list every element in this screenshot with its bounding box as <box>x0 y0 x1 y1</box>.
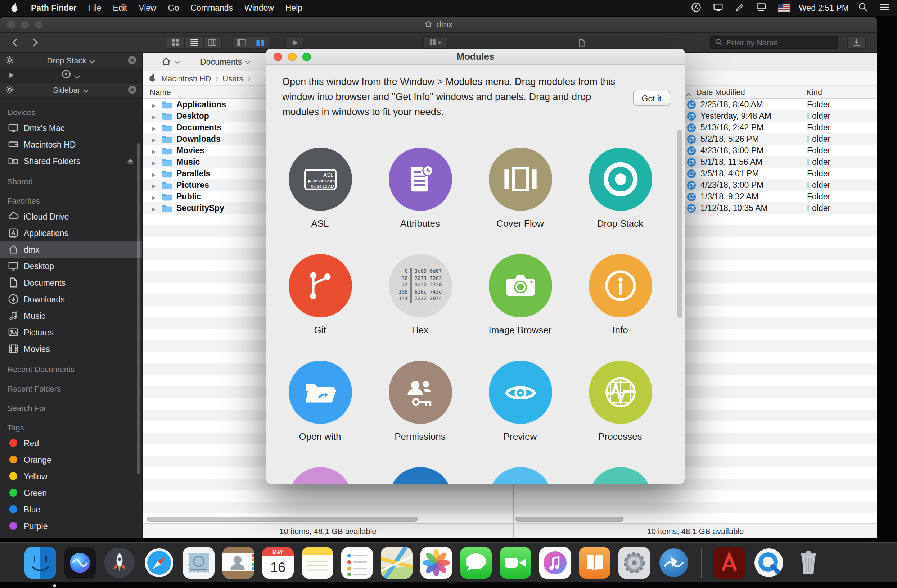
view-options-dropdown[interactable] <box>423 36 448 49</box>
column-header-kind[interactable]: Kind <box>806 88 822 96</box>
sidebar-section-tags[interactable]: Tags <box>0 420 142 435</box>
module-open-with[interactable]: Open with <box>270 360 370 467</box>
menu-extra-spotlight[interactable] <box>858 2 868 14</box>
dialog-close-button[interactable] <box>274 52 282 61</box>
disclosure-triangle-icon[interactable] <box>152 169 159 178</box>
dialog-zoom-button[interactable] <box>302 52 311 61</box>
disclosure-triangle-icon[interactable] <box>152 100 159 109</box>
module-hex[interactable]: 036721081443c69 6d672073 72633d22 222061… <box>370 254 470 360</box>
dock-item-trash[interactable] <box>793 547 824 578</box>
dialog-minimize-button[interactable] <box>288 52 297 61</box>
got-it-button[interactable]: Got it <box>633 91 670 106</box>
dock-item-messages[interactable] <box>460 547 492 578</box>
drop-stack-title[interactable]: Drop Stack <box>17 56 124 65</box>
disclosure-triangle-icon[interactable] <box>152 111 159 120</box>
menu-extra-pen[interactable] <box>735 2 744 14</box>
dock-item-contacts[interactable] <box>222 547 254 578</box>
dock-item-system-preferences[interactable] <box>618 547 650 578</box>
sidebar-item-documents[interactable]: Documents <box>0 274 142 291</box>
apple-menu-icon[interactable] <box>10 3 20 13</box>
view-columns-button[interactable] <box>203 36 222 49</box>
dock-item-notes[interactable] <box>302 547 333 578</box>
module-drop-stack[interactable]: Drop Stack <box>570 148 670 254</box>
window-minimize-button[interactable] <box>21 20 29 28</box>
module-attributes[interactable]: Attributes <box>370 148 470 254</box>
module-preview[interactable]: Preview <box>470 360 570 467</box>
menubar-clock[interactable]: Wed 2:51 PM <box>799 4 849 12</box>
dock-item-finder[interactable] <box>24 547 56 578</box>
download-button[interactable] <box>847 36 866 49</box>
module-image-browser[interactable]: Image Browser <box>470 254 570 360</box>
view-list-button[interactable] <box>184 36 203 49</box>
sidebar-section-favorites[interactable]: Favorites <box>0 193 142 208</box>
menu-extra-assistant[interactable] <box>691 2 701 14</box>
close-icon[interactable] <box>127 55 137 66</box>
module-partial-4[interactable] <box>570 467 670 484</box>
folder-tab[interactable]: Documents <box>200 58 251 66</box>
menu-commands[interactable]: Commands <box>190 4 233 12</box>
sidebar-section-recent-folders[interactable]: Recent Folders <box>0 381 142 396</box>
dock-item-acrobat[interactable] <box>713 547 745 578</box>
tab-home[interactable] <box>161 56 180 68</box>
dock-item-calendar[interactable]: MAY16 <box>262 547 294 578</box>
menu-extra-monitor[interactable] <box>756 2 766 14</box>
module-partial-1[interactable] <box>270 467 370 484</box>
sidebar-item-macintosh-hd[interactable]: Macintosh HD <box>0 136 142 153</box>
proxy-page-icon[interactable] <box>572 36 591 49</box>
dock-item-blue-globe-app[interactable] <box>658 547 690 578</box>
app-menu-title[interactable]: Path Finder <box>31 4 77 12</box>
menu-extra-notification-center[interactable] <box>880 2 890 14</box>
view-icons-button[interactable] <box>165 36 184 49</box>
window-close-button[interactable] <box>7 20 15 28</box>
sidebar-section-recent-documents[interactable]: Recent Documents <box>0 361 142 376</box>
drop-stack-target-icon[interactable] <box>61 69 71 82</box>
column-header-date-modified[interactable]: Date Modified <box>696 88 745 96</box>
sidebar-item-applications[interactable]: Applications <box>0 225 142 241</box>
gear-icon[interactable] <box>5 55 14 66</box>
dock-item-maps[interactable] <box>381 547 412 578</box>
module-permissions[interactable]: Permissions <box>370 360 470 467</box>
disclosure-triangle-icon[interactable] <box>152 192 159 201</box>
eject-icon[interactable] <box>126 157 135 165</box>
menu-extra-input-source[interactable] <box>778 2 789 14</box>
dialog-titlebar[interactable]: Modules <box>266 49 685 65</box>
disclosure-triangle-icon[interactable] <box>152 181 159 189</box>
sidebar-tag-purple[interactable]: Purple <box>0 518 142 534</box>
column-header-name[interactable]: Name <box>142 87 171 96</box>
disclosure-triangle-icon[interactable] <box>152 134 159 143</box>
filter-field[interactable] <box>710 36 838 49</box>
horizontal-scrollbar[interactable] <box>147 517 418 522</box>
gear-icon[interactable] <box>5 85 14 95</box>
module-git[interactable]: Git <box>270 254 370 360</box>
sidebar-tag-red[interactable]: Red <box>0 435 142 451</box>
sidebar-section-search-for[interactable]: Search For <box>0 400 142 415</box>
computer-icon[interactable] <box>148 73 157 83</box>
filter-input[interactable] <box>726 38 833 47</box>
menu-help[interactable]: Help <box>285 4 302 12</box>
back-button[interactable] <box>6 36 24 49</box>
sidebar-item-icloud-drive[interactable]: iCloud Drive <box>0 208 142 225</box>
sidebar-item-movies[interactable]: Movies <box>0 341 142 357</box>
dock-item-ibooks[interactable] <box>579 547 611 578</box>
dock-item-photos[interactable] <box>421 547 452 578</box>
sidebar-section-shared[interactable]: Shared <box>0 173 142 189</box>
module-processes[interactable]: Processes <box>570 360 670 467</box>
sidebar-item-desktop[interactable]: Desktop <box>0 258 142 274</box>
disclosure-triangle-icon[interactable] <box>152 157 159 166</box>
menu-go[interactable]: Go <box>168 4 179 12</box>
menu-file[interactable]: File <box>88 4 101 12</box>
sidebar-panel-title[interactable]: Sidebar <box>17 86 124 94</box>
module-asl[interactable]: ASL▶ 08:24:12 AM08:24:12 AM ASL <box>270 148 370 254</box>
window-zoom-button[interactable] <box>35 20 43 28</box>
sidebar-section-devices[interactable]: Devices <box>0 104 142 119</box>
disclosure-triangle-icon[interactable] <box>152 146 159 155</box>
module-partial-2[interactable] <box>370 467 470 484</box>
dock-item-safari[interactable] <box>143 547 175 578</box>
module-info[interactable]: Info <box>570 254 670 360</box>
sidebar-tag-green[interactable]: Green <box>0 484 142 501</box>
sidebar-item-music[interactable]: Music <box>0 307 142 324</box>
path-segment[interactable]: Users <box>222 74 243 82</box>
dock-divider[interactable] <box>701 547 702 577</box>
sidebar-tag-gray[interactable]: Gray <box>0 534 142 538</box>
sidebar-scrollbar[interactable] <box>137 143 140 474</box>
